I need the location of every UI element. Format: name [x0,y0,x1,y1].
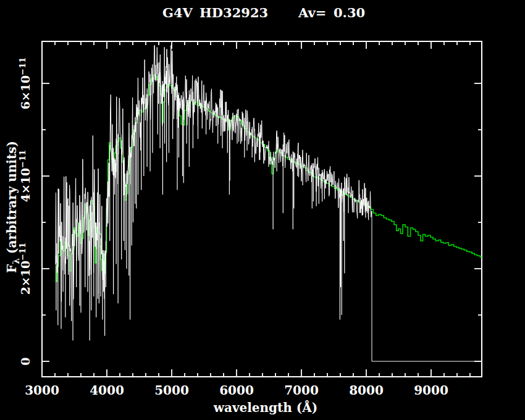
x-tick-label: 3000 [25,383,59,398]
y-tick-label: 0 [19,357,32,365]
x-axis-label: wavelength (Å) [213,400,318,415]
x-tick-label: 7000 [284,383,319,398]
y-axis-label-units: (arbitrary units) [4,141,19,258]
plot-title-av-value: 0.30 [334,5,365,20]
plot-title-av-label: Av= [298,5,326,20]
x-tick-label: 5000 [154,383,189,398]
y-tick-exponent: −11 [18,150,27,168]
y-tick-exponent: −11 [18,57,27,75]
spectrum-chart: 300040005000600070008000900002×10−114×10… [0,0,525,420]
x-tick-label: 4000 [90,383,124,398]
y-tick-mantissa: 4×10 [19,168,32,203]
y-axis-label: Fλ (arbitrary units) [4,141,21,273]
plot-title-spectral-type: G4V [162,5,193,20]
x-tick-label: 9000 [414,383,448,398]
chart-background [0,0,525,420]
y-tick-mantissa: 2×10 [19,261,32,295]
x-tick-label: 6000 [219,383,254,398]
y-tick-exponent: −11 [18,243,27,261]
y-axis-label-main: F [4,264,19,273]
x-tick-label: 8000 [349,383,384,398]
plot-title-star-id: HD32923 [200,5,268,20]
y-tick-mantissa: 6×10 [19,75,32,110]
y-axis-label-subscript: λ [11,258,21,264]
